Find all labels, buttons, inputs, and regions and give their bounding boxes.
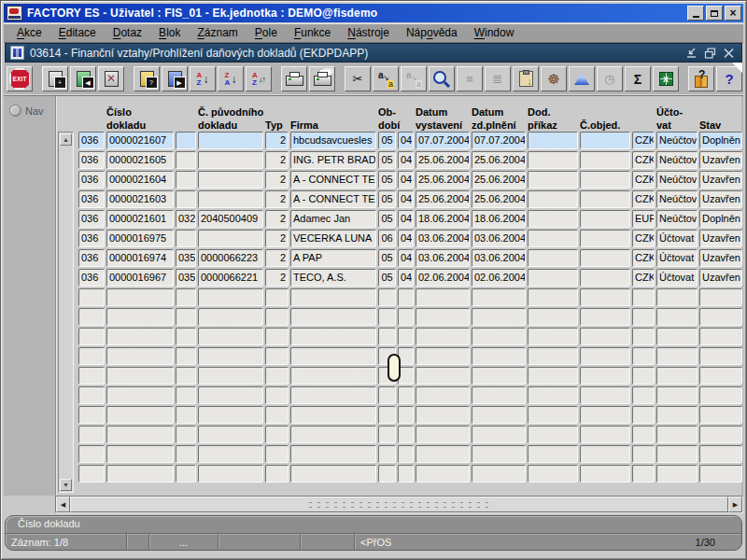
cell-mena[interactable]: CZK (632, 151, 655, 169)
cell-typ[interactable]: 2 (265, 171, 289, 189)
cell-stav[interactable]: Uzavřen (699, 269, 742, 287)
cell-uctovat[interactable] (656, 347, 698, 365)
sort-descending-button[interactable]: ZA↓ (218, 66, 244, 91)
cell-dod-prikaz[interactable] (528, 347, 578, 365)
cell-org-puvodniho[interactable] (176, 151, 196, 169)
cell-dod-prikaz[interactable] (528, 249, 578, 267)
cell-mena[interactable] (632, 445, 655, 463)
cell-typ[interactable] (265, 426, 289, 443)
cell-cislo-puvodniho-dokladu[interactable]: 0000066221 (198, 269, 263, 287)
cell-cislo-puvodniho-dokladu[interactable] (198, 328, 263, 345)
cell-firma[interactable] (290, 465, 376, 483)
cell-typ[interactable] (265, 465, 289, 483)
cell-dod-prikaz[interactable] (528, 132, 578, 149)
cell-datum-vystaveni[interactable] (416, 426, 470, 443)
cell-stav[interactable] (699, 308, 742, 326)
cell-datum-zd-plneni[interactable] (472, 465, 526, 483)
scroll-right-icon[interactable]: ▶ (728, 497, 742, 512)
cell-uctovat[interactable]: Neúčtov (656, 210, 698, 228)
cell-org[interactable] (78, 465, 105, 483)
cell-uctovat[interactable] (656, 465, 698, 483)
cell-firma[interactable]: A - CONNECT TEST (290, 190, 376, 208)
cell-datum-zd-plneni[interactable]: 25.06.2004 (472, 151, 526, 169)
cell-cislo-puvodniho-dokladu[interactable] (198, 171, 263, 189)
cell-stav[interactable]: Uzavřen (699, 151, 742, 169)
cell-stav[interactable] (699, 445, 742, 463)
cell-dod-prikaz[interactable] (528, 171, 578, 189)
cell-obdobi-mesic[interactable]: 04 (398, 230, 414, 247)
cell-obdobi-rok[interactable]: 05 (378, 249, 396, 267)
cell-cislo-puvodniho-dokladu[interactable] (198, 386, 263, 404)
cell-obdobi-mesic[interactable] (398, 328, 414, 345)
cell-uctovat[interactable] (656, 367, 698, 385)
cell-org-puvodniho[interactable] (176, 445, 196, 463)
cell-obdobi-mesic[interactable] (398, 426, 414, 443)
cell-typ[interactable] (265, 386, 289, 404)
cell-c-objed[interactable] (580, 406, 630, 424)
cell-typ[interactable]: 2 (265, 190, 289, 208)
mdi-close-button[interactable] (721, 46, 737, 61)
maximize-button[interactable] (706, 6, 723, 21)
cell-cislo-dokladu[interactable]: 0000016975 (106, 230, 174, 247)
cell-firma[interactable]: A - CONNECT TEST (290, 171, 376, 189)
cell-obdobi-mesic[interactable]: 04 (398, 249, 414, 267)
close-button[interactable]: × (725, 6, 741, 21)
cell-mena[interactable]: CZK (632, 269, 655, 287)
cell-org-puvodniho[interactable] (176, 190, 196, 208)
cell-firma[interactable]: A PAP (290, 249, 376, 267)
cell-c-objed[interactable] (580, 367, 630, 385)
cell-cislo-puvodniho-dokladu[interactable] (198, 367, 263, 385)
previous-record-button[interactable]: ◀ (70, 66, 96, 91)
cell-dod-prikaz[interactable] (528, 190, 578, 208)
cell-cislo-dokladu[interactable] (106, 465, 174, 483)
cell-typ[interactable] (265, 406, 289, 424)
cell-c-objed[interactable] (580, 171, 630, 189)
cell-c-objed[interactable] (580, 465, 630, 483)
cell-obdobi-rok[interactable]: 05 (378, 190, 396, 208)
cell-mena[interactable] (632, 288, 655, 306)
cell-org[interactable] (78, 347, 105, 365)
cell-datum-zd-plneni[interactable]: 25.06.2004 (472, 190, 526, 208)
scroll-up-icon[interactable]: ▲ (60, 133, 72, 146)
cell-uctovat[interactable]: Neúčtov (656, 151, 698, 169)
cell-cislo-puvodniho-dokladu[interactable] (198, 347, 263, 365)
cell-obdobi-rok[interactable] (378, 426, 396, 443)
cell-firma[interactable] (290, 328, 376, 345)
cell-dod-prikaz[interactable] (528, 445, 578, 463)
cell-datum-vystaveni[interactable]: 18.06.2004 (416, 210, 470, 228)
cell-stav[interactable] (699, 465, 742, 483)
cell-obdobi-rok[interactable]: 05 (378, 132, 396, 149)
copy-button[interactable]: aa (373, 66, 399, 91)
cell-org-puvodniho[interactable] (176, 230, 196, 247)
cell-cislo-dokladu[interactable]: 0000021604 (106, 171, 174, 189)
cell-typ[interactable]: 2 (265, 269, 289, 287)
cell-obdobi-rok[interactable] (378, 386, 396, 404)
cell-obdobi-mesic[interactable]: 04 (398, 132, 414, 149)
mdi-minimize-button[interactable] (684, 46, 699, 61)
cell-mena[interactable] (632, 328, 655, 345)
cell-mena[interactable] (632, 386, 655, 404)
cell-cislo-dokladu[interactable]: 0000021605 (106, 151, 174, 169)
cell-cislo-dokladu[interactable] (106, 367, 174, 385)
menu-item-zaznam[interactable]: Záznam (189, 24, 246, 42)
cell-org[interactable]: 036 (78, 190, 105, 208)
cell-org-puvodniho[interactable] (176, 347, 196, 365)
cell-obdobi-rok[interactable]: 06 (378, 230, 396, 247)
cell-uctovat[interactable]: Účtovat (656, 249, 698, 267)
cell-mena[interactable] (632, 465, 655, 483)
find-button[interactable] (429, 66, 455, 91)
cell-org[interactable] (78, 288, 105, 306)
cell-stav[interactable] (699, 288, 742, 306)
cell-dod-prikaz[interactable] (528, 210, 578, 228)
cell-uctovat[interactable] (656, 386, 698, 404)
exit-button[interactable]: EXIT (7, 66, 33, 91)
menu-item-editace[interactable]: Editace (50, 24, 105, 42)
cell-obdobi-rok[interactable]: 05 (378, 151, 396, 169)
menu-item-nastroje[interactable]: Nástroje (339, 24, 398, 42)
menu-item-dotaz[interactable]: Dotaz (105, 24, 150, 42)
sum-button[interactable]: Σ (625, 66, 651, 91)
cell-uctovat[interactable] (656, 308, 698, 326)
cell-datum-zd-plneni[interactable] (472, 328, 526, 345)
cell-obdobi-mesic[interactable] (398, 406, 414, 424)
cell-obdobi-rok[interactable]: 05 (378, 171, 396, 189)
